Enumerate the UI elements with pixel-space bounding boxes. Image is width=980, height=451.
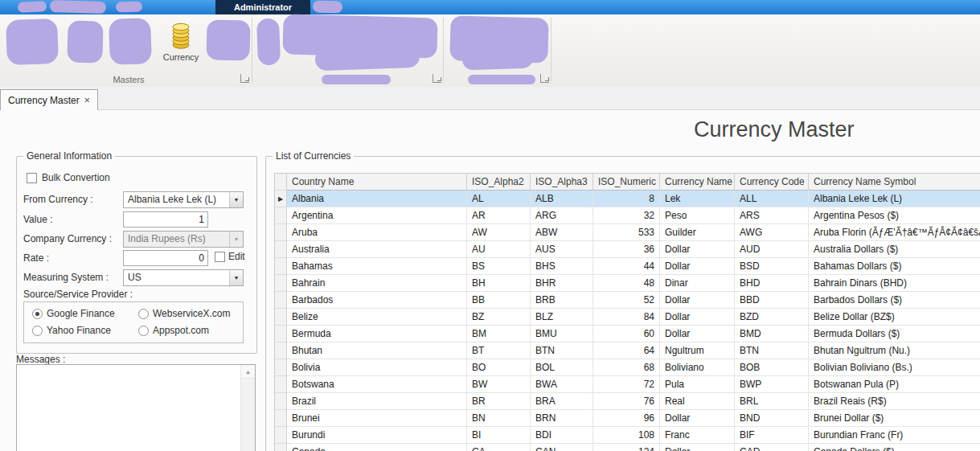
grid-cell[interactable]: Real bbox=[660, 393, 735, 410]
grid-cell[interactable]: 48 bbox=[593, 275, 660, 292]
grid-cell[interactable]: 72 bbox=[593, 376, 660, 393]
grid-cell[interactable]: AWG bbox=[735, 224, 809, 241]
grid-cell[interactable]: Canada bbox=[287, 444, 467, 451]
grid-column-header[interactable]: ISO_Alpha3 bbox=[531, 174, 593, 191]
grid-cell[interactable]: BHS bbox=[531, 258, 593, 275]
grid-cell[interactable]: Bermuda bbox=[287, 326, 467, 342]
grid-cell[interactable]: Ngultrum bbox=[660, 342, 735, 359]
grid-row[interactable]: BruneiBNBRN96DollarBNDBrunei Dollar ($) bbox=[275, 410, 980, 427]
grid-cell[interactable]: AUS bbox=[531, 241, 593, 258]
grid-column-header[interactable]: ISO_Numeric bbox=[593, 174, 660, 191]
grid-cell[interactable]: Canada Dollars ($) bbox=[809, 444, 980, 451]
grid-row[interactable]: BurundiBIBDI108FrancBIFBurundian Franc (… bbox=[275, 427, 980, 444]
grid-cell[interactable]: CA bbox=[467, 444, 531, 451]
grid-cell[interactable]: Australia bbox=[287, 241, 467, 258]
grid-cell[interactable]: BR bbox=[467, 393, 531, 410]
grid-cell[interactable]: 124 bbox=[593, 444, 660, 451]
from-currency-combobox[interactable]: Albania Leke Lek (L) ▼ bbox=[123, 191, 244, 208]
grid-cell[interactable]: ALB bbox=[531, 191, 593, 207]
grid-cell[interactable]: Argentina Pesos ($) bbox=[809, 207, 980, 224]
tab-administrator[interactable]: Administrator bbox=[215, 0, 310, 14]
grid-cell[interactable]: Belize bbox=[287, 309, 467, 326]
grid-cell[interactable]: ARS bbox=[735, 207, 809, 224]
ribbon-button-currency[interactable]: Currency bbox=[157, 18, 205, 71]
grid-cell[interactable]: Dollar bbox=[660, 309, 735, 326]
radio-webservicex[interactable]: WebserviceX.com bbox=[138, 308, 230, 319]
grid-cell[interactable]: BM bbox=[467, 326, 531, 342]
grid-cell[interactable]: BN bbox=[467, 410, 531, 427]
redacted-ribbon-button[interactable] bbox=[256, 18, 281, 66]
currency-grid[interactable]: Country NameISO_Alpha2ISO_Alpha3ISO_Nume… bbox=[274, 173, 980, 451]
grid-cell[interactable]: BT bbox=[467, 342, 531, 359]
grid-column-header[interactable]: Currency Code bbox=[735, 174, 809, 191]
close-icon[interactable]: × bbox=[84, 95, 90, 105]
grid-row[interactable]: BahamasBSBHS44DollarBSDBahamas Dollars (… bbox=[275, 258, 980, 275]
grid-cell[interactable]: Dollar bbox=[660, 292, 735, 309]
grid-cell[interactable]: BI bbox=[467, 427, 531, 444]
grid-row[interactable]: ▶AlbaniaALALB8LekALLAlbania Leke Lek (L) bbox=[275, 191, 980, 207]
redacted-ribbon-button[interactable] bbox=[6, 18, 59, 65]
grid-cell[interactable]: 68 bbox=[593, 359, 660, 376]
grid-cell[interactable]: Bahrain bbox=[287, 275, 467, 292]
grid-cell[interactable]: 533 bbox=[593, 224, 660, 241]
grid-cell[interactable]: ARG bbox=[531, 207, 593, 224]
grid-cell[interactable]: BB bbox=[467, 292, 531, 309]
grid-cell[interactable]: Bhutan Ngultrum (Nu.) bbox=[809, 342, 980, 359]
grid-cell[interactable]: Brunei Dollar ($) bbox=[809, 410, 980, 427]
grid-cell[interactable]: Burundi bbox=[287, 427, 467, 444]
grid-row[interactable]: BotswanaBWBWA72PulaBWPBotswanan Pula (P) bbox=[275, 376, 980, 393]
grid-cell[interactable]: Botswanan Pula (P) bbox=[809, 376, 980, 393]
grid-cell[interactable]: Dollar bbox=[660, 241, 735, 258]
grid-cell[interactable]: Brunei bbox=[287, 410, 467, 427]
measuring-system-combobox[interactable]: US ▼ bbox=[123, 269, 244, 286]
grid-cell[interactable]: BIF bbox=[735, 427, 809, 444]
grid-cell[interactable]: Guilder bbox=[660, 224, 735, 241]
grid-cell[interactable]: ALL bbox=[735, 191, 809, 207]
grid-cell[interactable]: Lek bbox=[660, 191, 735, 207]
grid-cell[interactable]: CAD bbox=[735, 444, 809, 451]
grid-cell[interactable]: Bahamas Dollars ($) bbox=[809, 258, 980, 275]
grid-cell[interactable]: 108 bbox=[593, 427, 660, 444]
grid-cell[interactable]: 76 bbox=[593, 393, 660, 410]
grid-cell[interactable]: Dollar bbox=[660, 444, 735, 451]
grid-cell[interactable]: 96 bbox=[593, 410, 660, 427]
grid-cell[interactable]: Boliviano bbox=[660, 359, 735, 376]
grid-cell[interactable]: Dinar bbox=[660, 275, 735, 292]
grid-cell[interactable]: BRB bbox=[531, 292, 593, 309]
grid-cell[interactable]: BW bbox=[467, 376, 531, 393]
grid-cell[interactable]: Dollar bbox=[660, 258, 735, 275]
grid-cell[interactable]: BHD bbox=[735, 275, 809, 292]
grid-cell[interactable]: BHR bbox=[531, 275, 593, 292]
grid-cell[interactable]: AW bbox=[467, 224, 531, 241]
redacted-ribbon-button[interactable] bbox=[67, 20, 103, 63]
grid-row[interactable]: AustraliaAUAUS36DollarAUDAustralia Dolla… bbox=[275, 241, 980, 258]
redacted-ribbon-button[interactable] bbox=[462, 47, 534, 70]
grid-cell[interactable]: Bhutan bbox=[287, 342, 467, 359]
grid-cell[interactable]: BMD bbox=[735, 326, 809, 342]
grid-cell[interactable]: BRL bbox=[735, 393, 809, 410]
grid-cell[interactable]: BBD bbox=[735, 292, 809, 309]
grid-cell[interactable]: Dollar bbox=[660, 410, 735, 427]
dialog-launcher-icon[interactable] bbox=[433, 74, 441, 83]
grid-cell[interactable]: BLZ bbox=[531, 309, 593, 326]
grid-column-header[interactable]: Currency Name Symbol bbox=[809, 174, 980, 191]
grid-cell[interactable]: Bermuda Dollars ($) bbox=[809, 326, 980, 342]
grid-cell[interactable]: 60 bbox=[593, 326, 660, 342]
value-input[interactable]: 1 bbox=[123, 211, 208, 228]
grid-cell[interactable]: Aruba bbox=[287, 224, 467, 241]
grid-cell[interactable]: Aruba Florin (ÃƒÆ'Ã†â€™ÃƒÂ¢Ã¢â€šÂ¬Ã…Â¡Ãƒ… bbox=[809, 224, 980, 241]
dialog-launcher-icon[interactable] bbox=[540, 74, 549, 83]
grid-cell[interactable]: 8 bbox=[593, 191, 660, 207]
grid-cell[interactable]: 32 bbox=[593, 207, 660, 224]
edit-checkbox[interactable] bbox=[215, 252, 225, 262]
grid-cell[interactable]: BRN bbox=[531, 410, 593, 427]
grid-cell[interactable]: Australia Dollars ($) bbox=[809, 241, 980, 258]
grid-row[interactable]: CanadaCACAN124DollarCADCanada Dollars ($… bbox=[275, 444, 980, 451]
grid-cell[interactable]: BOL bbox=[531, 359, 593, 376]
bulk-conversion-checkbox[interactable] bbox=[27, 173, 37, 183]
grid-cell[interactable]: BH bbox=[467, 275, 531, 292]
grid-cell[interactable]: Pula bbox=[660, 376, 735, 393]
grid-cell[interactable]: Bolivian Boliviano (Bs.) bbox=[809, 359, 980, 376]
grid-row[interactable]: BarbadosBBBRB52DollarBBDBarbados Dollars… bbox=[275, 292, 980, 309]
grid-cell[interactable]: BDI bbox=[531, 427, 593, 444]
